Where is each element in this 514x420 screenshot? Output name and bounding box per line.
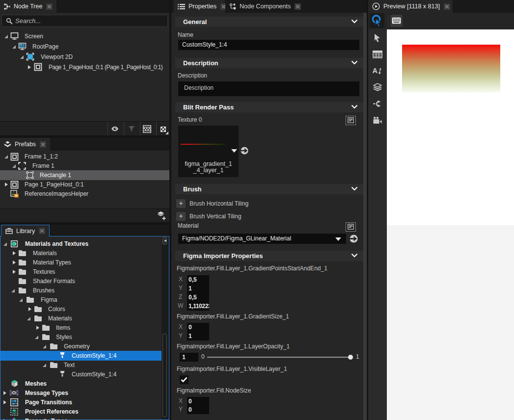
svg-text:A: A: [373, 67, 378, 75]
